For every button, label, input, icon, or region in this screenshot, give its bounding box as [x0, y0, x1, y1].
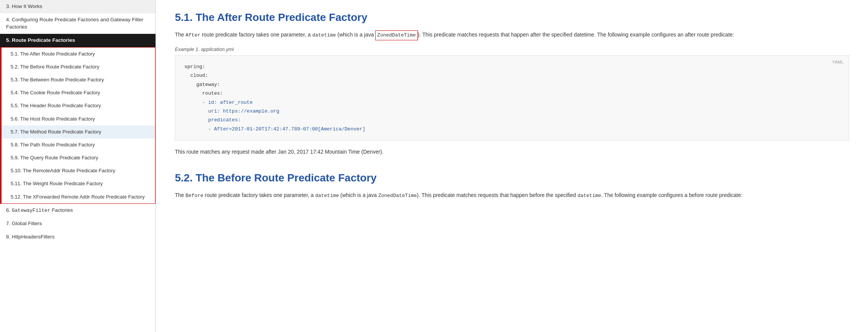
s52-zoned-code: ZonedDateTime [378, 193, 417, 199]
intro-text-end: ). This predicate matches requests that … [418, 32, 734, 38]
sidebar-item-6[interactable]: 6. GatewayFilter Factories [0, 204, 156, 217]
sub-items-box: 5.1. The After Route Predicate Factory 5… [0, 47, 156, 204]
sidebar-item-4[interactable]: 4. Configuring Route Predicate Factories… [0, 13, 156, 34]
section-52-intro: The Before route predicate factory takes… [175, 191, 849, 200]
intro-text-mid2: (which is a java [336, 32, 375, 38]
code-line-8: - After=2017-01-20T17:42:47.789-07:00[Am… [184, 125, 839, 133]
intro-text-mid1: route predicate factory takes one parame… [200, 32, 312, 38]
s52-datetime-code2: datetime [578, 193, 601, 199]
datetime-code-1: datetime [312, 32, 336, 38]
sidebar: 3. How It Works 4. Configuring Route Pre… [0, 0, 156, 332]
s52-intro-mid1: route predicate factory takes one parame… [203, 192, 315, 198]
sidebar-item-5[interactable]: 5. Route Predicate Factories [0, 34, 156, 47]
code-line-4: routes: [184, 89, 839, 98]
section-52-title: 5.2. The Before Route Predicate Factory [175, 172, 849, 184]
intro-text-before: The [175, 32, 186, 38]
s52-intro-before: The [175, 192, 186, 198]
s52-intro-end2: . The following example configures a bef… [601, 192, 743, 198]
main-content: 5.1. The After Route Predicate Factory T… [156, 0, 868, 332]
sidebar-item-5-2[interactable]: 5.2. The Before Route Predicate Factory [0, 60, 155, 73]
sidebar-item-5-1[interactable]: 5.1. The After Route Predicate Factory [0, 48, 155, 60]
example-label-1: Example 1. application.yml [175, 46, 849, 52]
code-line-2: cloud: [184, 71, 839, 80]
sidebar-item-7[interactable]: 7. Global Filters [0, 217, 156, 230]
sidebar-item-5-12[interactable]: 5.12. The XForwarded Remote Addr Route P… [0, 191, 155, 203]
sidebar-item-5-5[interactable]: 5.5. The Header Route Predicate Factory [0, 99, 155, 112]
section-51-intro: The After route predicate factory takes … [175, 30, 849, 40]
sidebar-item-5-9[interactable]: 5.9. The Query Route Predicate Factory [0, 151, 155, 164]
sidebar-item-5-11[interactable]: 5.11. The Weight Route Predicate Factory [0, 177, 155, 190]
code-line-5: - id: after_route [184, 98, 839, 107]
sidebar-item-5-6[interactable]: 5.6. The Host Route Predicate Factory [0, 113, 155, 125]
sidebar-item-5-3[interactable]: 5.3. The Between Route Predicate Factory [0, 73, 155, 86]
s52-intro-end1: ). This predicate matches requests that … [417, 192, 577, 198]
code-line-1: spring: [184, 62, 839, 71]
s52-intro-mid2: (which is a java [339, 192, 378, 198]
sidebar-item-5-10[interactable]: 5.10. The RemoteAddr Route Predicate Fac… [0, 164, 155, 177]
sidebar-item-5-7[interactable]: 5.7. The Method Route Predicate Factory [0, 125, 155, 138]
after-code: After [186, 32, 200, 38]
sidebar-item-5-8[interactable]: 5.8. The Path Route Predicate Factory [0, 138, 155, 151]
sidebar-item-8[interactable]: 8. HttpHeadersFilters [0, 230, 156, 244]
s52-datetime-code: datetime [315, 193, 339, 199]
zoned-datetime-box: ZonedDateTime [375, 30, 417, 40]
code-line-6: uri: https://example.org [184, 107, 839, 116]
sidebar-item-5-4[interactable]: 5.4. The Cookie Route Predicate Factory [0, 86, 155, 99]
section-51-title: 5.1. The After Route Predicate Factory [175, 11, 849, 24]
sidebar-item-3[interactable]: 3. How It Works [0, 0, 156, 13]
code-line-3: gateway: [184, 80, 839, 89]
before-code: Before [186, 193, 203, 199]
after-route-text: This route matches any request made afte… [175, 148, 849, 157]
yaml-label: YAML [832, 59, 843, 66]
code-line-7: predicates: [184, 116, 839, 124]
code-block-1: YAML spring: cloud: gateway: routes: - i… [175, 55, 849, 141]
